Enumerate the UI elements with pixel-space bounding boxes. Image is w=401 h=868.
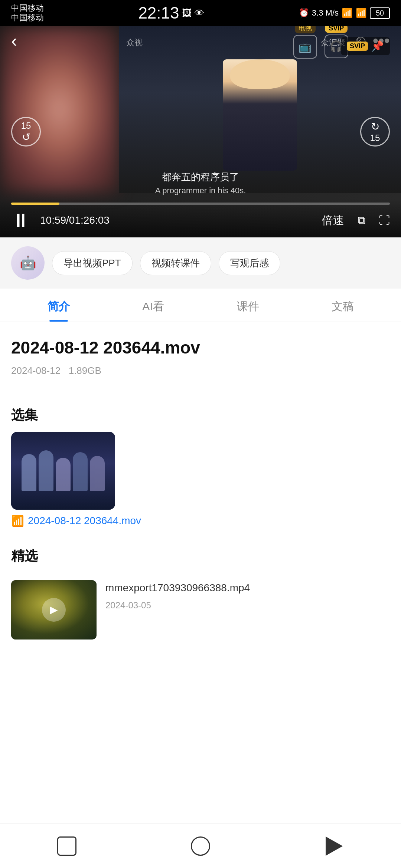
status-time: 22:13 [138, 4, 179, 22]
tv-badge-label: 电视 [295, 26, 316, 33]
nav-home-button[interactable] [186, 831, 215, 861]
play-overlay-icon: ▶ [42, 598, 66, 622]
controls-row: ⏸ 10:59/01:26:03 倍速 ⧉ ⛶ [11, 211, 390, 230]
carrier-info: 中国移动 中国移动 [11, 3, 44, 23]
tab-transcript[interactable]: 文稿 [295, 289, 390, 322]
bottom-spacer [0, 647, 401, 699]
episode-signal-icon: 📶 [11, 515, 24, 527]
tabs-bar: 简介 AI看 课件 文稿 [0, 289, 401, 322]
video-size: 1.89GB [69, 365, 101, 376]
replay-back-button[interactable]: 15 ↺ [11, 117, 41, 147]
episode-thumb-inner [11, 432, 115, 510]
featured-thumbnail: ▶ [11, 580, 97, 640]
tab-courseware[interactable]: 课件 [200, 289, 295, 322]
status-right: ⏰ 3.3 M/s 📶 📶 50 [299, 7, 390, 19]
progress-filled [11, 203, 59, 205]
progress-bar[interactable] [11, 203, 390, 205]
subtitle-en: A programmer in his 40s. [155, 184, 246, 197]
square-icon [57, 836, 76, 856]
video-subtitle: 都奔五的程序员了 A programmer in his 40s. [155, 170, 246, 197]
signal-icon: 📶 [356, 8, 367, 18]
featured-info: mmexport1703930966388.mp4 2024-03-05 [105, 580, 390, 611]
replay-back-seconds: 15 [21, 121, 31, 131]
featured-section-title: 精选 [0, 540, 401, 573]
episode-name: 2024-08-12 203644.mov [28, 515, 141, 527]
tab-intro[interactable]: 简介 [11, 289, 106, 322]
speed-button[interactable]: 倍速 [322, 213, 344, 228]
video-person [223, 59, 297, 171]
battery: 50 [370, 7, 390, 19]
video-date: 2024-08-12 [11, 365, 61, 376]
episode-card[interactable]: 📶 2024-08-12 203644.mov [11, 432, 390, 529]
description-section: 2024-08-12 203644.mov 2024-08-12 1.89GB [0, 322, 401, 399]
svip-pin-label: SVIP [347, 42, 368, 51]
replay-forward-icon: ↻ [371, 121, 379, 133]
pin-icon: 📌 [371, 40, 384, 52]
current-time: 10:59 [40, 214, 66, 226]
video-to-course-button[interactable]: 视频转课件 [140, 251, 211, 275]
status-bar: 中国移动 中国移动 22:13 🖼 👁 ⏰ 3.3 M/s 📶 📶 50 [0, 0, 401, 26]
network-speed: 3.3 M/s [312, 8, 339, 18]
circle-icon [191, 836, 210, 856]
replay-forward-button[interactable]: ↻ 15 [360, 117, 390, 147]
featured-item[interactable]: ▶ mmexport1703930966388.mp4 2024-03-05 [11, 580, 390, 640]
tv-icon: 📺 [293, 35, 317, 59]
svip-pin-button[interactable]: SVIP 📌 [341, 37, 390, 55]
video-player[interactable]: 众视 众汇聚 ‹ 电视 📺 SVIP 🎧 ⎋ ••• 15 ↺ ↻ [0, 26, 401, 237]
tv-button[interactable]: 电视 📺 [293, 26, 317, 59]
svip-badge-label: SVIP [325, 26, 348, 33]
write-review-button[interactable]: 写观后感 [219, 251, 280, 275]
pause-button[interactable]: ⏸ [11, 211, 30, 230]
featured-title: mmexport1703930966388.mp4 [105, 580, 390, 596]
controls-right: 倍速 ⧉ ⛶ [322, 213, 390, 228]
thumb-bg [11, 432, 115, 510]
wifi-icon: 📶 [342, 8, 353, 18]
episodes-section-title: 选集 [0, 399, 401, 432]
bottom-navigation [0, 823, 401, 868]
photo-icon: 🖼 [182, 7, 192, 19]
ai-avatar: 🤖 [11, 246, 45, 280]
carrier-2: 中国移动 [11, 13, 44, 23]
replay-back-icon: ↺ [22, 131, 30, 143]
action-bar: 🤖 导出视频PPT 视频转课件 写观后感 [0, 237, 401, 289]
fullscreen-button[interactable]: ⛶ [379, 214, 390, 227]
back-arrow-icon [326, 836, 343, 856]
subtitle-cn: 都奔五的程序员了 [155, 170, 246, 184]
total-time: 01:26:03 [69, 214, 110, 226]
carrier-1: 中国移动 [11, 3, 44, 13]
video-title: 2024-08-12 203644.mov [11, 337, 390, 359]
video-meta: 2024-08-12 1.89GB [11, 365, 390, 377]
alarm-icon: ⏰ [299, 8, 309, 18]
time-display: 10:59/01:26:03 [40, 214, 110, 226]
tab-ai[interactable]: AI看 [106, 289, 200, 322]
episode-label: 📶 2024-08-12 203644.mov [11, 510, 390, 529]
back-button[interactable]: ‹ [11, 32, 17, 50]
featured-date: 2024-03-05 [105, 600, 390, 611]
nav-square-button[interactable] [52, 831, 82, 861]
featured-section: ▶ mmexport1703930966388.mp4 2024-03-05 [0, 573, 401, 647]
export-ppt-button[interactable]: 导出视频PPT [52, 251, 133, 275]
nav-back-button[interactable] [319, 831, 349, 861]
thumb-people [22, 450, 105, 491]
content-area: 🤖 导出视频PPT 视频转课件 写观后感 简介 AI看 课件 文稿 2024-0… [0, 237, 401, 868]
video-bottom-controls: ⏸ 10:59/01:26:03 倍速 ⧉ ⛶ [0, 199, 401, 237]
pip-button[interactable]: ⧉ [358, 214, 365, 227]
replay-forward-seconds: 15 [370, 133, 380, 143]
episode-thumbnail [11, 432, 115, 510]
eye-icon: 👁 [195, 7, 204, 19]
